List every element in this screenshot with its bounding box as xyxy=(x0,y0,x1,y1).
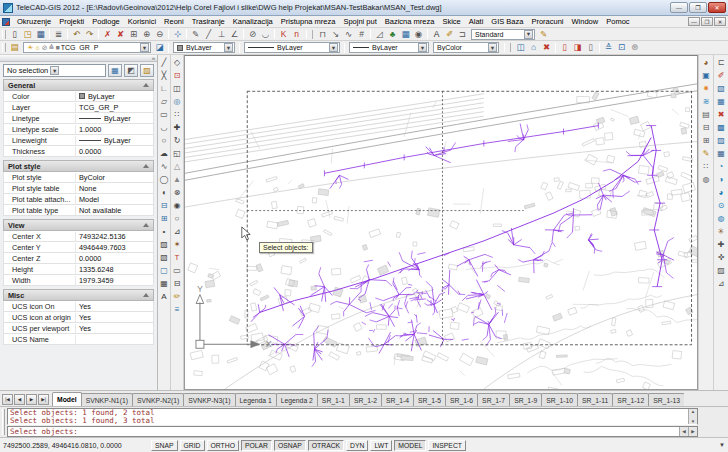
menu-reoni[interactable]: Reoni xyxy=(160,17,188,26)
menu-proracuni[interactable]: Proracuni xyxy=(527,17,567,26)
menu-korisnici[interactable]: Korisnici xyxy=(124,17,160,26)
text-style-combo[interactable]: Standard▼ xyxy=(471,29,535,40)
property-value[interactable]: Not available xyxy=(76,206,153,215)
open-button[interactable]: ◳ xyxy=(21,29,34,40)
property-value[interactable]: None xyxy=(76,184,153,193)
net-a-button[interactable]: ▩ xyxy=(715,122,727,134)
print-button[interactable]: ≣ xyxy=(52,29,65,40)
tab-sr-1-1[interactable]: SR_1-1 xyxy=(317,393,350,406)
frame-button[interactable]: ⊏ xyxy=(715,57,727,69)
chevron-up-icon[interactable] xyxy=(143,164,149,168)
line-button[interactable]: ╱ xyxy=(158,57,170,69)
plot-button[interactable]: ≙ xyxy=(602,42,615,53)
insert-block-button[interactable]: ⊟ xyxy=(158,200,170,212)
construction-line-button[interactable]: ╳ xyxy=(158,70,170,82)
property-value[interactable]: Yes xyxy=(76,324,153,333)
menu-spojni-put[interactable]: Spojni put xyxy=(339,17,380,26)
move-button[interactable]: ✚ xyxy=(171,122,183,134)
command-window-grip[interactable] xyxy=(2,409,5,435)
net-b-button[interactable]: ▨ xyxy=(715,135,727,147)
extra-button[interactable]: ◍ xyxy=(700,174,712,186)
viewport-button[interactable]: ⊟ xyxy=(700,122,712,134)
toggle-snap[interactable]: SNAP xyxy=(151,440,178,451)
make-object-layer-current-button[interactable]: ◪ xyxy=(153,42,166,53)
tab-model[interactable]: Model xyxy=(52,392,82,406)
toggle-lwt[interactable]: LWT xyxy=(370,440,392,451)
polyline-button[interactable]: ∟ xyxy=(158,83,170,95)
target-button[interactable]: ◉ xyxy=(412,29,425,40)
tabs-last-button[interactable]: ▶| xyxy=(38,394,49,405)
color-combo[interactable]: ByLayer ▼ xyxy=(173,42,235,53)
toggle-ortho[interactable]: ORTHO xyxy=(207,440,239,451)
node-button[interactable]: ✳ xyxy=(715,226,727,238)
layer-on-icon[interactable]: ☀ xyxy=(27,44,33,51)
zone-b-button[interactable]: ◑ xyxy=(715,174,727,186)
map-drawing[interactable]: YX xyxy=(185,56,697,389)
tab-sr-1-5[interactable]: SR_1-5 xyxy=(413,393,446,406)
break-button[interactable]: ◉ xyxy=(171,200,183,212)
minimize-button[interactable]: — xyxy=(670,2,688,13)
chevron-down-icon[interactable]: ▼ xyxy=(524,30,533,39)
property-value[interactable]: 0.0000 xyxy=(76,147,153,156)
view-pie-button[interactable]: ◕ xyxy=(700,57,712,69)
layer-color-swatch[interactable]: ■ xyxy=(55,44,59,51)
toggle-model[interactable]: MODEL xyxy=(394,440,426,451)
image-button[interactable]: ▣ xyxy=(700,70,712,82)
region-button[interactable]: ▢ xyxy=(158,265,170,277)
ellipse-button[interactable]: ◯ xyxy=(158,174,170,186)
command-scrollbar[interactable]: ▲▼ xyxy=(688,409,697,424)
undo-button[interactable]: ↶ xyxy=(70,29,83,40)
fillet-button[interactable]: ⊿ xyxy=(171,226,183,238)
scroll-right-icon[interactable]: ▶ xyxy=(688,427,697,436)
quick-select-button[interactable]: ▨ xyxy=(140,64,154,77)
toolbar-grip[interactable] xyxy=(2,43,6,52)
dwg-props-button[interactable]: ◫ xyxy=(514,42,527,53)
tab-sr-1-12[interactable]: SR_1-12 xyxy=(612,393,649,406)
measure-button[interactable]: ⊿ xyxy=(715,278,727,290)
doc-lock-button[interactable]: ▯ xyxy=(558,42,571,53)
layer-plot-icon[interactable]: ≙ xyxy=(49,44,55,51)
grid-button[interactable]: ⊞ xyxy=(700,135,712,147)
select-objects-button[interactable]: ◩ xyxy=(124,64,138,77)
zone-a-button[interactable]: ◔ xyxy=(715,161,727,173)
zone-d-button[interactable]: ⊙ xyxy=(715,200,727,212)
drawing-canvas[interactable]: YX Select objects: xyxy=(184,55,698,390)
markup-alt-button[interactable]: ✘ xyxy=(114,29,127,40)
redo-button[interactable]: ↷ xyxy=(83,29,96,40)
snap-button[interactable]: ✜ xyxy=(715,252,727,264)
tab-sr-1-6[interactable]: SR_1-6 xyxy=(445,393,478,406)
cross-button[interactable]: ✚ xyxy=(715,239,727,251)
hatch-tool-button[interactable]: ▨ xyxy=(715,265,727,277)
explode-button[interactable]: ✶ xyxy=(171,239,183,251)
menu-okruzenje[interactable]: Okruzenje xyxy=(13,17,55,26)
property-value[interactable]: Yes xyxy=(76,313,153,322)
text-tool-button[interactable]: A xyxy=(158,291,170,303)
property-value[interactable]: ByLayer xyxy=(76,92,153,101)
publish-button[interactable]: ⊡ xyxy=(615,42,628,53)
rail-button[interactable]: # xyxy=(355,29,368,40)
tab-svnkp-n2-1-[interactable]: SVNKP-N2(1) xyxy=(132,393,184,406)
property-value[interactable]: 1979.3459 xyxy=(76,276,153,285)
trim-button[interactable]: ▲ xyxy=(171,174,183,186)
toggle-inspect[interactable]: INSPECT xyxy=(428,440,465,451)
scroll-left-icon[interactable]: ◀ xyxy=(679,427,688,436)
perpendicular-button[interactable]: ⊥ xyxy=(215,29,228,40)
sun-button[interactable]: ✷ xyxy=(700,83,712,95)
net-c-button[interactable]: ▦ xyxy=(715,148,727,160)
scroll-up-icon[interactable]: ▲ xyxy=(691,409,695,414)
circle-tool-button[interactable]: ⊘ xyxy=(246,29,259,40)
tab-sr-1-9[interactable]: SR_1-9 xyxy=(509,393,542,406)
property-value[interactable]: Model xyxy=(76,195,153,204)
layer-combo[interactable]: ☀☼⊘≙■ TCG_GR_P ▼ xyxy=(23,42,151,53)
make-block-button[interactable]: ⊞ xyxy=(158,213,170,225)
menu-bazicna-mreza[interactable]: Bazicna mreza xyxy=(381,17,439,26)
window-button[interactable]: ⊟ xyxy=(171,278,183,290)
palette-titlebar[interactable]: » xyxy=(0,55,157,62)
property-value[interactable]: 7493242.5136 xyxy=(76,232,153,241)
property-value[interactable]: TCG_GR_P xyxy=(76,103,153,112)
toggle-grid[interactable]: GRID xyxy=(180,440,205,451)
profile-button[interactable]: ⊓ xyxy=(316,29,329,40)
chevron-down-icon[interactable]: ▼ xyxy=(418,43,427,52)
linetype-combo[interactable]: ByLayer ▼ xyxy=(244,42,340,53)
rotate-button[interactable]: ↻ xyxy=(171,135,183,147)
